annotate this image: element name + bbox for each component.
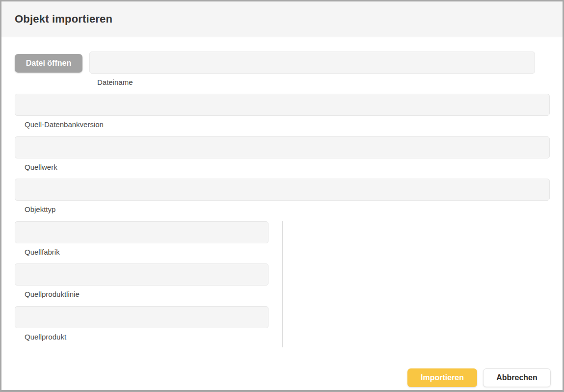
quellproduktlinie-label: Quellproduktlinie (25, 289, 80, 299)
dialog-title: Objekt importieren (15, 13, 112, 26)
import-button[interactable]: Importieren (407, 368, 477, 387)
quell-datenbankversion-input[interactable] (15, 94, 550, 116)
cancel-button[interactable]: Abbrechen (483, 368, 551, 387)
dialog-header: Objekt importieren (1, 1, 563, 37)
quellfabrik-label: Quellfabrik (25, 247, 60, 257)
quellwerk-input[interactable] (15, 136, 550, 158)
objekttyp-label: Objekttyp (25, 205, 55, 214)
quellfabrik-input[interactable] (15, 221, 269, 243)
quellprodukt-label: Quellprodukt (25, 332, 66, 342)
dateiname-input[interactable] (89, 52, 535, 74)
quellproduktlinie-input[interactable] (15, 263, 269, 286)
quellprodukt-input[interactable] (15, 306, 269, 328)
objekttyp-input[interactable] (15, 179, 550, 201)
open-file-button[interactable]: Datei öffnen (15, 54, 82, 73)
import-dialog: Objekt importieren Datei öffnen Dateinam… (0, 0, 564, 392)
vertical-divider (282, 221, 283, 347)
quell-datenbankversion-label: Quell-Datenbankversion (25, 120, 104, 130)
dateiname-label: Dateiname (97, 78, 133, 87)
quellwerk-label: Quellwerk (25, 162, 57, 172)
